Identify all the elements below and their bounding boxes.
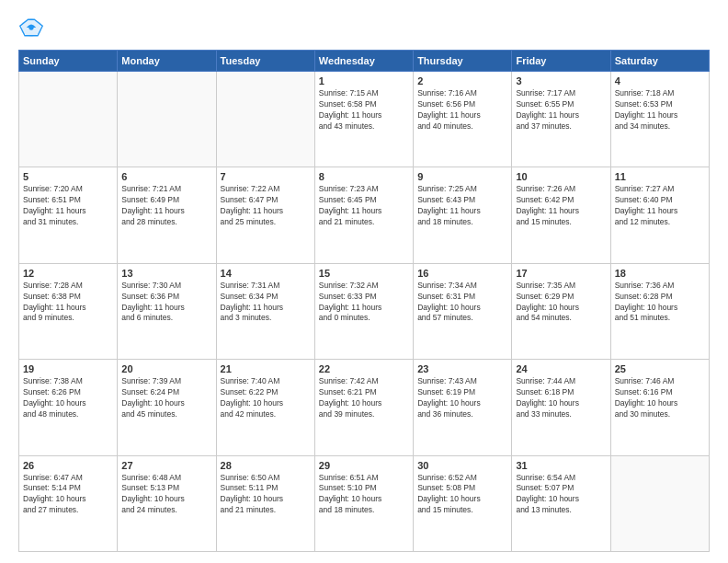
day-info: Sunrise: 6:48 AM Sunset: 5:13 PM Dayligh… [121, 473, 211, 517]
day-info: Sunrise: 6:51 AM Sunset: 5:10 PM Dayligh… [319, 473, 409, 517]
calendar-header-wednesday: Wednesday [314, 51, 413, 72]
day-info: Sunrise: 7:30 AM Sunset: 6:36 PM Dayligh… [121, 281, 211, 325]
day-number: 3 [516, 75, 606, 86]
calendar-cell: 7Sunrise: 7:22 AM Sunset: 6:47 PM Daylig… [216, 167, 314, 263]
day-info: Sunrise: 7:16 AM Sunset: 6:56 PM Dayligh… [417, 88, 507, 132]
calendar-header-thursday: Thursday [414, 51, 512, 72]
day-number: 10 [516, 171, 606, 182]
calendar-cell: 13Sunrise: 7:30 AM Sunset: 6:36 PM Dayli… [118, 263, 216, 359]
calendar-header-monday: Monday [118, 51, 216, 72]
day-info: Sunrise: 7:44 AM Sunset: 6:18 PM Dayligh… [516, 376, 606, 420]
day-info: Sunrise: 7:35 AM Sunset: 6:29 PM Dayligh… [516, 281, 606, 325]
week-row-5: 26Sunrise: 6:47 AM Sunset: 5:14 PM Dayli… [19, 455, 710, 551]
day-info: Sunrise: 6:47 AM Sunset: 5:14 PM Dayligh… [23, 473, 113, 517]
day-number: 21 [221, 363, 311, 374]
day-info: Sunrise: 6:52 AM Sunset: 5:08 PM Dayligh… [417, 473, 507, 517]
day-info: Sunrise: 7:43 AM Sunset: 6:19 PM Dayligh… [417, 376, 507, 420]
day-number: 22 [319, 363, 409, 374]
day-number: 4 [615, 75, 705, 86]
calendar-header-saturday: Saturday [610, 51, 709, 72]
calendar-cell: 25Sunrise: 7:46 AM Sunset: 6:16 PM Dayli… [610, 360, 709, 455]
day-info: Sunrise: 7:18 AM Sunset: 6:53 PM Dayligh… [615, 88, 705, 132]
week-row-2: 5Sunrise: 7:20 AM Sunset: 6:51 PM Daylig… [19, 167, 710, 263]
calendar-header-sunday: Sunday [19, 51, 118, 72]
day-number: 20 [121, 363, 211, 374]
day-info: Sunrise: 7:31 AM Sunset: 6:34 PM Dayligh… [221, 281, 311, 325]
calendar-cell [610, 455, 709, 551]
day-number: 19 [23, 363, 113, 374]
day-info: Sunrise: 7:40 AM Sunset: 6:22 PM Dayligh… [221, 376, 311, 420]
logo [18, 15, 48, 40]
day-number: 16 [417, 268, 507, 279]
day-number: 8 [319, 171, 409, 182]
calendar-cell: 27Sunrise: 6:48 AM Sunset: 5:13 PM Dayli… [118, 455, 216, 551]
calendar-cell: 2Sunrise: 7:16 AM Sunset: 6:56 PM Daylig… [414, 72, 512, 167]
calendar-cell: 21Sunrise: 7:40 AM Sunset: 6:22 PM Dayli… [216, 360, 314, 455]
day-info: Sunrise: 7:32 AM Sunset: 6:33 PM Dayligh… [319, 281, 409, 325]
calendar-cell: 20Sunrise: 7:39 AM Sunset: 6:24 PM Dayli… [118, 360, 216, 455]
day-info: Sunrise: 7:27 AM Sunset: 6:40 PM Dayligh… [615, 184, 705, 228]
calendar-cell: 31Sunrise: 6:54 AM Sunset: 5:07 PM Dayli… [512, 455, 610, 551]
day-info: Sunrise: 7:17 AM Sunset: 6:55 PM Dayligh… [516, 88, 606, 132]
calendar-header-tuesday: Tuesday [216, 51, 314, 72]
day-number: 6 [121, 171, 211, 182]
day-number: 24 [516, 363, 606, 374]
day-info: Sunrise: 7:25 AM Sunset: 6:43 PM Dayligh… [417, 184, 507, 228]
page: SundayMondayTuesdayWednesdayThursdayFrid… [0, 0, 728, 563]
calendar-table: SundayMondayTuesdayWednesdayThursdayFrid… [18, 50, 710, 552]
calendar-cell: 17Sunrise: 7:35 AM Sunset: 6:29 PM Dayli… [512, 263, 610, 359]
calendar-cell: 12Sunrise: 7:28 AM Sunset: 6:38 PM Dayli… [19, 263, 118, 359]
day-number: 13 [121, 268, 211, 279]
week-row-4: 19Sunrise: 7:38 AM Sunset: 6:26 PM Dayli… [19, 360, 710, 455]
day-number: 25 [615, 363, 705, 374]
calendar-cell: 3Sunrise: 7:17 AM Sunset: 6:55 PM Daylig… [512, 72, 610, 167]
day-number: 11 [615, 171, 705, 182]
day-info: Sunrise: 7:38 AM Sunset: 6:26 PM Dayligh… [23, 376, 113, 420]
calendar-cell: 1Sunrise: 7:15 AM Sunset: 6:58 PM Daylig… [314, 72, 413, 167]
day-info: Sunrise: 6:54 AM Sunset: 5:07 PM Dayligh… [516, 473, 606, 517]
day-info: Sunrise: 7:36 AM Sunset: 6:28 PM Dayligh… [615, 281, 705, 325]
day-info: Sunrise: 7:20 AM Sunset: 6:51 PM Dayligh… [23, 184, 113, 228]
calendar-header-friday: Friday [512, 51, 610, 72]
day-number: 17 [516, 268, 606, 279]
calendar-cell: 15Sunrise: 7:32 AM Sunset: 6:33 PM Dayli… [314, 263, 413, 359]
day-number: 30 [417, 460, 507, 471]
calendar-cell: 28Sunrise: 6:50 AM Sunset: 5:11 PM Dayli… [216, 455, 314, 551]
calendar-cell [118, 72, 216, 167]
day-number: 27 [121, 460, 211, 471]
day-number: 26 [23, 460, 113, 471]
day-number: 23 [417, 363, 507, 374]
day-number: 28 [221, 460, 311, 471]
day-number: 18 [615, 268, 705, 279]
calendar-cell: 19Sunrise: 7:38 AM Sunset: 6:26 PM Dayli… [19, 360, 118, 455]
calendar-cell: 18Sunrise: 7:36 AM Sunset: 6:28 PM Dayli… [610, 263, 709, 359]
day-number: 2 [417, 75, 507, 86]
calendar-header-row: SundayMondayTuesdayWednesdayThursdayFrid… [19, 51, 710, 72]
week-row-1: 1Sunrise: 7:15 AM Sunset: 6:58 PM Daylig… [19, 72, 710, 167]
calendar-cell: 24Sunrise: 7:44 AM Sunset: 6:18 PM Dayli… [512, 360, 610, 455]
day-info: Sunrise: 7:26 AM Sunset: 6:42 PM Dayligh… [516, 184, 606, 228]
header [18, 15, 710, 40]
calendar-cell: 26Sunrise: 6:47 AM Sunset: 5:14 PM Dayli… [19, 455, 118, 551]
day-number: 14 [221, 268, 311, 279]
day-number: 5 [23, 171, 113, 182]
day-number: 29 [319, 460, 409, 471]
calendar-cell: 30Sunrise: 6:52 AM Sunset: 5:08 PM Dayli… [414, 455, 512, 551]
day-info: Sunrise: 7:15 AM Sunset: 6:58 PM Dayligh… [319, 88, 409, 132]
calendar-cell: 4Sunrise: 7:18 AM Sunset: 6:53 PM Daylig… [610, 72, 709, 167]
svg-point-2 [28, 25, 33, 29]
day-info: Sunrise: 7:42 AM Sunset: 6:21 PM Dayligh… [319, 376, 409, 420]
day-info: Sunrise: 7:21 AM Sunset: 6:49 PM Dayligh… [121, 184, 211, 228]
day-number: 7 [221, 171, 311, 182]
calendar-cell: 11Sunrise: 7:27 AM Sunset: 6:40 PM Dayli… [610, 167, 709, 263]
week-row-3: 12Sunrise: 7:28 AM Sunset: 6:38 PM Dayli… [19, 263, 710, 359]
calendar-cell: 6Sunrise: 7:21 AM Sunset: 6:49 PM Daylig… [118, 167, 216, 263]
calendar-cell: 5Sunrise: 7:20 AM Sunset: 6:51 PM Daylig… [19, 167, 118, 263]
day-number: 9 [417, 171, 507, 182]
day-number: 15 [319, 268, 409, 279]
day-number: 12 [23, 268, 113, 279]
day-number: 31 [516, 460, 606, 471]
day-number: 1 [319, 75, 409, 86]
day-info: Sunrise: 6:50 AM Sunset: 5:11 PM Dayligh… [221, 473, 311, 517]
calendar-cell: 14Sunrise: 7:31 AM Sunset: 6:34 PM Dayli… [216, 263, 314, 359]
